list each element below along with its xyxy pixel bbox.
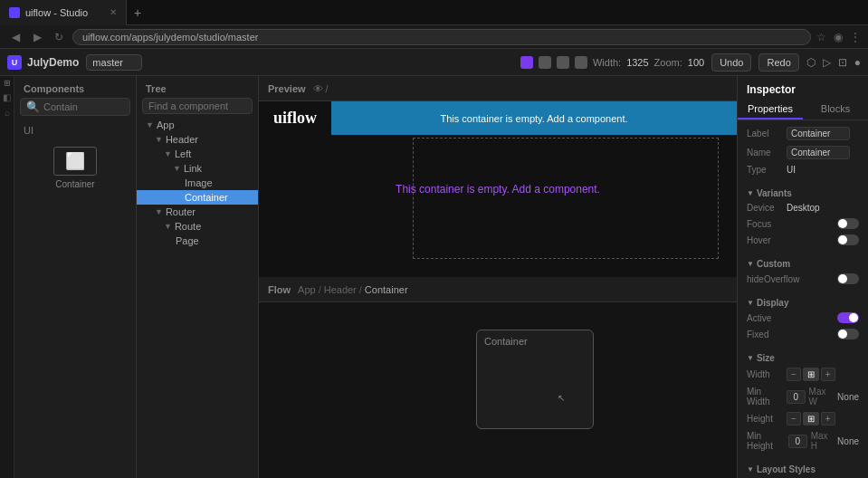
fixed-row: Fixed <box>747 326 859 342</box>
component-search-input[interactable] <box>43 101 124 112</box>
width-center-btn[interactable]: ⊞ <box>803 368 819 381</box>
new-tab-button[interactable]: + <box>127 5 148 20</box>
layout-header[interactable]: ▼ Layout Styles <box>747 461 859 476</box>
address-bar[interactable]: uiflow.com/apps/julydemo/studio/master <box>72 29 811 45</box>
undo-button[interactable]: Undo <box>711 53 751 72</box>
flow-breadcrumb: App / Header / Container <box>298 284 407 295</box>
tree-item-label: Link <box>184 163 202 174</box>
height-center-btn[interactable]: ⊞ <box>803 412 819 425</box>
preview-icon[interactable]: ⊡ <box>838 56 847 69</box>
browser-tab[interactable]: uiflow - Studio ✕ <box>0 0 127 25</box>
breadcrumb-app[interactable]: App <box>298 284 316 295</box>
fixed-toggle[interactable] <box>837 329 859 339</box>
type-field-label: Type <box>747 165 783 175</box>
tree-item-label: Image <box>185 177 213 188</box>
size-arrow: ▼ <box>747 354 754 362</box>
tree-item-page[interactable]: Page <box>137 234 258 248</box>
tree-search-input[interactable] <box>148 100 246 111</box>
hideoverflow-label: hideOverflow <box>747 274 799 284</box>
name-field-input[interactable] <box>787 146 850 159</box>
active-label: Active <box>747 313 783 323</box>
tab-blocks[interactable]: Blocks <box>803 100 868 120</box>
preview-canvas: uiflow This container is empty. Add a co… <box>259 101 737 277</box>
flow-label: Flow <box>268 284 291 295</box>
components-title: Components <box>14 76 136 98</box>
search-icon: 🔍 <box>26 100 40 113</box>
min-width-value[interactable]: 0 <box>787 390 806 404</box>
color-swatch-gray1[interactable] <box>539 56 551 69</box>
type-field-value: UI <box>787 165 859 175</box>
focus-toggle[interactable] <box>837 218 859 229</box>
component-icon[interactable]: ◧ <box>3 92 11 102</box>
flow-container-box[interactable]: Container <box>476 330 594 429</box>
tree-arrow: ▼ <box>155 207 163 216</box>
tree-items: ▼ App ▼ Header ▼ Left ▼ Link Image Conta <box>137 118 258 478</box>
label-field-label: Label <box>747 129 783 139</box>
min-height-value[interactable]: 0 <box>788 435 807 448</box>
tree-search-box[interactable] <box>142 98 253 114</box>
branch-select[interactable]: master <box>86 54 142 71</box>
share-icon[interactable]: ⬡ <box>806 56 816 69</box>
profile-icon[interactable]: ◉ <box>834 31 843 43</box>
device-row: Device Desktop <box>747 200 859 215</box>
container-selection-outline <box>413 138 719 259</box>
bookmark-icon[interactable]: ☆ <box>816 31 826 43</box>
hideoverflow-toggle[interactable] <box>837 273 859 284</box>
flow-canvas[interactable]: Container ↖ <box>259 302 737 478</box>
hover-toggle[interactable] <box>837 234 859 245</box>
tree-item-image[interactable]: Image <box>137 176 258 190</box>
height-plus-btn[interactable]: + <box>821 412 835 425</box>
preview-label: Preview <box>268 83 306 94</box>
label-field-input[interactable] <box>787 127 850 140</box>
variants-arrow: ▼ <box>747 189 754 197</box>
custom-label: Custom <box>757 259 790 269</box>
menu-icon[interactable]: ⋮ <box>850 31 861 43</box>
flow-cursor: ↖ <box>558 393 565 403</box>
project-name: JulyDemo <box>27 56 79 69</box>
size-header[interactable]: ▼ Size <box>747 349 859 365</box>
color-swatch-gray2[interactable] <box>557 56 569 69</box>
reload-button[interactable]: ↻ <box>51 31 67 43</box>
component-search-box[interactable]: 🔍 <box>20 98 130 116</box>
focus-row: Focus <box>747 215 859 232</box>
breadcrumb-container[interactable]: Container <box>365 284 408 295</box>
search-icon[interactable]: ⌕ <box>5 108 10 118</box>
tree-item-container[interactable]: Container <box>137 190 258 205</box>
tree-title: Tree <box>137 76 258 98</box>
close-tab-btn[interactable]: ✕ <box>110 7 117 17</box>
layers-icon[interactable]: ⊞ <box>3 80 12 87</box>
preview-inner: uiflow This container is empty. Add a co… <box>259 101 737 135</box>
tree-item-label: Router <box>166 206 196 217</box>
tree-item-header[interactable]: ▼ Header <box>137 132 258 147</box>
width-plus-btn[interactable]: + <box>821 368 835 381</box>
play-icon[interactable]: ▷ <box>823 56 831 69</box>
breadcrumb-header[interactable]: Header <box>324 284 357 295</box>
variants-header[interactable]: ▼ Variants <box>747 185 859 200</box>
custom-header[interactable]: ▼ Custom <box>747 255 859 271</box>
tab-properties[interactable]: Properties <box>738 100 803 120</box>
tree-item-left[interactable]: ▼ Left <box>137 147 258 161</box>
height-minus-btn[interactable]: − <box>787 412 801 425</box>
redo-button[interactable]: Redo <box>758 53 798 72</box>
custom-arrow: ▼ <box>747 260 754 268</box>
max-w-value: None <box>837 392 859 402</box>
width-label: Width: <box>593 57 621 68</box>
tree-item-route[interactable]: ▼ Route <box>137 219 258 234</box>
tree-item-link[interactable]: ▼ Link <box>137 161 258 176</box>
display-header[interactable]: ▼ Display <box>747 294 859 310</box>
active-toggle[interactable] <box>837 312 859 323</box>
size-label: Size <box>757 353 775 363</box>
user-avatar[interactable]: ● <box>854 56 861 69</box>
name-field-label: Name <box>747 148 783 158</box>
preview-empty-container: This container is empty. Add a component… <box>331 101 737 135</box>
top-action-icons: Undo Redo ⬡ ▷ ⊡ ● <box>711 53 861 72</box>
tree-item-app[interactable]: ▼ App <box>137 118 258 132</box>
forward-button[interactable]: ▶ <box>29 31 45 43</box>
width-minus-btn[interactable]: − <box>787 368 801 381</box>
back-button[interactable]: ◀ <box>7 31 24 43</box>
container-component[interactable]: ⬜ Container <box>14 139 136 196</box>
tree-item-router[interactable]: ▼ Router <box>137 205 258 219</box>
color-swatch-gray3[interactable] <box>575 56 587 69</box>
inspector-basic-section: Label Name Type UI <box>738 120 868 181</box>
color-swatch-purple[interactable] <box>520 56 533 69</box>
